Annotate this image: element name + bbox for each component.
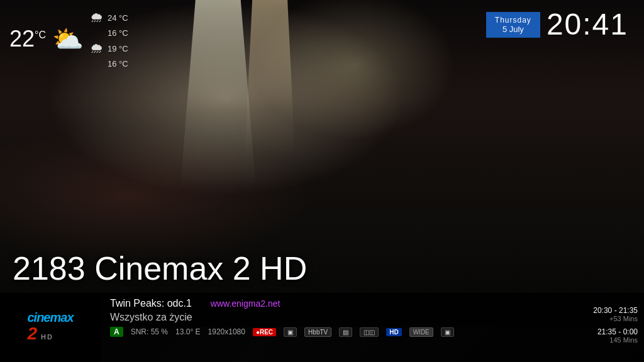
forecast1-low-value: 16 °C — [108, 28, 128, 38]
audio-icon-badge: ◫◫ — [360, 327, 379, 337]
screen-icon-badge: ▤ — [339, 327, 352, 337]
current-schedule-duration: +53 Mins — [537, 315, 638, 322]
light-beam-2 — [245, 0, 295, 157]
channel-number-name: 2183 Cinemax 2 HD — [13, 251, 307, 287]
time-display: 20:41 — [540, 9, 635, 40]
hd-badge: HD — [386, 328, 401, 336]
forecast2-icon: 🌧 — [90, 40, 104, 57]
extra-icon-badge: ▣ — [441, 327, 454, 337]
website-label: www.enigma2.net — [211, 299, 280, 309]
disk-icon-badge: ▣ — [284, 327, 297, 337]
wide-badge: WIDE — [409, 327, 433, 337]
schedule-current: 20:30 - 21:35 +53 Mins — [537, 306, 638, 322]
current-weather-icon: ⛅ — [52, 25, 84, 54]
bottom-info-bar: cinemax 2 HD Twin Peaks: odc.1 www.enigm… — [0, 293, 644, 362]
cinemax-logo: cinemax 2 HD — [27, 311, 73, 344]
hbbtv-badge: HbbTV — [304, 327, 331, 337]
quality-badge: A — [110, 327, 123, 337]
program-info-area: Twin Peaks: odc.1 www.enigma2.net Wszyst… — [101, 293, 531, 362]
forecast2-high: 19 °C — [108, 44, 128, 53]
now-playing-title: Twin Peaks: odc.1 — [110, 298, 192, 309]
date-box: Thursday 5 July — [486, 12, 540, 38]
resolution-label: 1920x1080 — [208, 327, 245, 336]
forecast-1: 🌧 24 °C — [90, 9, 128, 26]
day-label: Thursday — [495, 16, 531, 25]
cinemax-logo-text: cinemax — [27, 311, 73, 324]
next-title: Wszystko za życie — [110, 312, 521, 323]
channel-logo-area: cinemax 2 HD — [0, 293, 101, 362]
forecast1-icon: 🌧 — [90, 9, 104, 26]
forecast1-high: 24 °C — [108, 13, 128, 23]
rec-badge: ●REC — [253, 328, 276, 336]
cinemax-hd-badge: HD — [41, 333, 53, 341]
weather-forecast: 🌧 24 °C 16 °C 🌧 19 °C 16 °C — [90, 9, 128, 69]
current-schedule-time: 20:30 - 21:35 — [537, 306, 638, 315]
next-schedule-time: 21:35 - 0:00 — [537, 327, 638, 336]
weather-widget: 22°C ⛅ 🌧 24 °C 16 °C 🌧 19 °C 16 °C — [9, 9, 128, 69]
forecast-1-low: 16 °C — [90, 28, 128, 38]
now-playing-row: Twin Peaks: odc.1 www.enigma2.net — [110, 298, 521, 309]
date-label: 5 July — [502, 25, 524, 34]
cinemax-number: 2 — [27, 324, 37, 344]
schedule-area: 20:30 - 21:35 +53 Mins 21:35 - 0:00 145 … — [531, 293, 644, 362]
channel-overlay: 2183 Cinemax 2 HD — [13, 251, 307, 287]
forecast-2: 🌧 19 °C — [90, 40, 128, 57]
next-schedule-duration: 145 Mins — [537, 336, 638, 344]
signal-row: A SNR: 55 % 13.0° E 1920x1080 ●REC ▣ Hbb… — [110, 327, 521, 337]
forecast-2-low: 16 °C — [90, 59, 128, 69]
snr-label: SNR: 55 % — [131, 327, 168, 336]
satellite-label: 13.0° E — [175, 327, 201, 336]
forecast2-low-value: 16 °C — [108, 59, 128, 69]
datetime-widget: Thursday 5 July 20:41 — [486, 9, 635, 40]
schedule-next: 21:35 - 0:00 145 Mins — [537, 327, 638, 344]
current-temperature: 22°C — [9, 28, 46, 50]
